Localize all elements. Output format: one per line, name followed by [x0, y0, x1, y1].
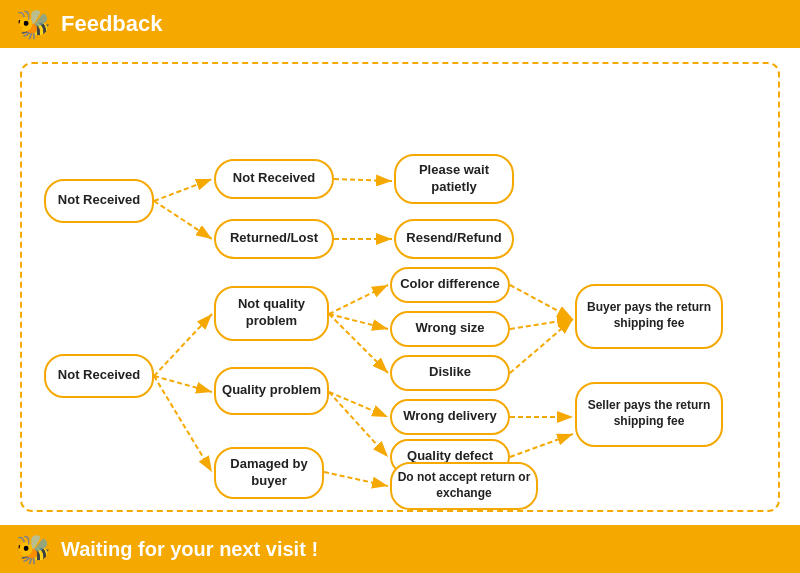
not-quality-box: Not quality problem [214, 286, 329, 341]
resend-refund-box: Resend/Refund [394, 219, 514, 259]
svg-line-5 [154, 314, 212, 376]
color-difference-box: Color difference [390, 267, 510, 303]
svg-line-3 [334, 179, 392, 181]
not-received-1-box: Not Received [44, 179, 154, 223]
svg-line-7 [154, 376, 212, 472]
svg-line-13 [510, 285, 573, 319]
footer: 🐝 Waiting for your next visit ! [0, 525, 800, 573]
footer-title: Waiting for your next visit ! [61, 538, 318, 561]
header: 🐝 Feedback [0, 0, 800, 48]
main-content: Not Received Not Received Returned/Lost … [0, 48, 800, 525]
svg-line-10 [329, 314, 388, 373]
please-wait-box: Please wait patietly [394, 154, 514, 204]
damaged-by-buyer-box: Damaged by buyer [214, 447, 324, 499]
svg-line-6 [154, 376, 212, 392]
svg-line-8 [329, 285, 388, 314]
diagram-container: Not Received Not Received Returned/Lost … [20, 62, 780, 512]
not-received-sub-box: Not Received [214, 159, 334, 199]
dislike-box: Dislike [390, 355, 510, 391]
svg-line-14 [510, 319, 573, 329]
header-bee-icon: 🐝 [16, 8, 51, 41]
wrong-delivery-box: Wrong delivery [390, 399, 510, 435]
footer-bee-icon: 🐝 [16, 533, 51, 566]
svg-line-9 [329, 314, 388, 329]
svg-line-17 [510, 434, 573, 457]
wrong-size-box: Wrong size [390, 311, 510, 347]
not-received-2-box: Not Received [44, 354, 154, 398]
svg-line-2 [154, 201, 212, 239]
svg-line-12 [329, 392, 388, 457]
svg-line-18 [324, 472, 388, 486]
header-title: Feedback [61, 11, 163, 37]
svg-line-15 [510, 319, 573, 373]
seller-pays-box: Seller pays the return shipping fee [575, 382, 723, 447]
svg-line-11 [329, 392, 388, 417]
quality-problem-box: Quality problem [214, 367, 329, 415]
returned-lost-box: Returned/Lost [214, 219, 334, 259]
no-return-box: Do not accept return or exchange [390, 462, 538, 510]
svg-line-1 [154, 179, 212, 201]
buyer-pays-box: Buyer pays the return shipping fee [575, 284, 723, 349]
